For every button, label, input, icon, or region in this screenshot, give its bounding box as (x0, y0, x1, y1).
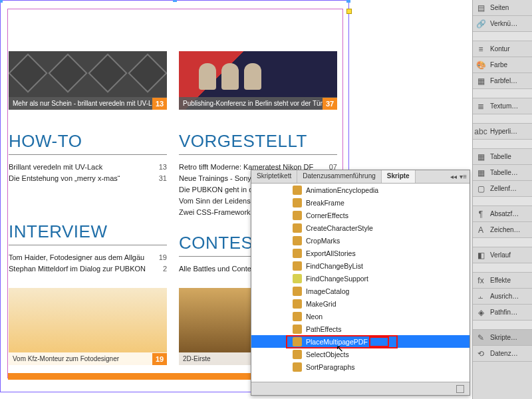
script-item[interactable]: CornerEffects (251, 209, 469, 221)
panel-item-zellenf[interactable]: ▢Zellenf… (473, 181, 532, 197)
panel-tabs: Skriptetikett Datenzusammenführung Skrip… (251, 170, 469, 184)
panel-item-farbe[interactable]: 🎨Farbe (473, 57, 532, 73)
panel-item-zeichen[interactable]: AZeichen… (473, 222, 532, 238)
script-item-label: CreateCharacterStyle (306, 224, 373, 232)
script-icon (293, 362, 302, 372)
tab-skriptetikett[interactable]: Skriptetikett (251, 170, 297, 183)
script-item-label: ExportAllStories (306, 249, 356, 257)
script-item[interactable]: SelectObjects (251, 348, 469, 360)
article-thumb[interactable]: Vom Kfz-Monteur zum Fotodesigner 19 (9, 288, 167, 365)
script-item-label: FindChangeSupport (306, 275, 368, 283)
panel-item-farbfel[interactable]: ▦Farbfel… (473, 73, 532, 89)
section-heading: HOW-TO (9, 131, 167, 155)
script-item[interactable]: ImageCatalog (251, 285, 469, 297)
scripts-icon: ✎ (475, 332, 486, 343)
gradient-icon: ◧ (475, 250, 486, 261)
script-icon (293, 312, 302, 321)
char-icon: A (475, 225, 486, 235)
panel-footer (251, 382, 469, 395)
frame-handle[interactable] (346, 9, 352, 14)
tablefmt-icon: ▦ (475, 168, 486, 178)
article-thumb[interactable]: Publishing-Konferenz in Berlin steht vor… (179, 51, 337, 110)
panel-item-label: Zeichen… (490, 226, 521, 233)
script-item[interactable]: BreakFrame (251, 196, 469, 209)
trash-icon[interactable] (456, 385, 464, 393)
script-item-label: CornerEffects (306, 211, 348, 219)
panel-item-tabelle[interactable]: ▦Tabelle… (473, 165, 532, 181)
script-item[interactable]: PathEffects (251, 323, 469, 335)
script-item[interactable]: Neon (251, 310, 469, 323)
section-heading: INTERVIEW (9, 221, 167, 245)
panel-item-absatzf[interactable]: ¶Absatzf… (473, 206, 532, 222)
panel-item-label: Absatzf… (490, 210, 519, 217)
script-item[interactable]: CreateCharacterStyle (251, 221, 469, 234)
script-item-label: FindChangeByList (306, 262, 363, 270)
wrap-icon: ≣ (475, 101, 486, 112)
panel-item-pathfin[interactable]: ◈Pathfin… (473, 305, 532, 321)
align-icon: ⫠ (475, 291, 486, 302)
script-item[interactable]: FindChangeSupport (251, 272, 469, 285)
script-item-label: Neon (306, 313, 323, 321)
script-item-label: ImageCatalog (306, 287, 349, 295)
folder-icon (293, 274, 302, 283)
swatch-icon: ▦ (475, 76, 486, 86)
panel-menu-icon[interactable]: ▾≡ (460, 173, 467, 180)
article-thumb[interactable]: Mehr als nur Schein - brillant veredeln … (9, 51, 167, 110)
script-icon (293, 287, 302, 296)
tab-skripte[interactable]: Skripte (382, 170, 416, 183)
panel-item-label: Verlauf (490, 251, 511, 259)
selection-handle[interactable] (0, 0, 3, 3)
panel-item-datenz[interactable]: ⟲Datenz… (473, 346, 532, 362)
script-icon (293, 249, 302, 258)
toc-howto: Brillant veredeln mit UV-Lack13 Die Ents… (9, 162, 167, 184)
scripts-list[interactable]: AnimationEncyclopediaBreakFrameCornerEff… (251, 184, 469, 382)
panel-item-label: Tabelle (490, 153, 511, 160)
page-icon: ▤ (475, 3, 486, 13)
thumb-caption: Vom Kfz-Monteur zum Fotodesigner (9, 352, 167, 365)
script-item[interactable]: MakeGrid (251, 297, 469, 310)
panel-item-label: Datenz… (490, 350, 518, 357)
panel-item-textum[interactable]: ≣Textum… (473, 98, 532, 114)
pathfind-icon: ◈ (475, 307, 486, 318)
script-icon (293, 350, 302, 359)
panel-item-label: Kontur (490, 45, 509, 53)
panel-item-label: Effekte (490, 277, 511, 284)
panel-item-label: Pathfin… (490, 309, 517, 316)
panel-item-kontur[interactable]: ≡Kontur (473, 41, 532, 57)
panel-item-label: Ausrich… (490, 293, 519, 300)
panel-item-effekte[interactable]: fxEffekte (473, 273, 532, 289)
thumb-caption: Publishing-Konferenz in Berlin steht vor… (179, 97, 337, 110)
panel-item-verkn[interactable]: 🔗Verknü… (473, 16, 532, 32)
section-heading: VORGESTELLT (179, 131, 337, 155)
script-item-label: BreakFrame (306, 199, 344, 207)
script-item[interactable]: SortParagraphs (251, 360, 469, 373)
scripts-panel[interactable]: Skriptetikett Datenzusammenführung Skrip… (251, 170, 470, 396)
panel-item-seiten[interactable]: ▤Seiten (473, 0, 532, 16)
link-icon: 🔗 (475, 19, 486, 29)
selection-handle[interactable] (173, 0, 177, 2)
script-icon (293, 223, 302, 233)
panel-prev-icon[interactable]: ◂◂ (450, 173, 457, 180)
script-item[interactable]: AnimationEncyclopedia (251, 184, 469, 196)
script-icon (293, 198, 302, 207)
script-item[interactable]: PlaceMultipagePDF (251, 335, 469, 348)
panel-item-hyperli[interactable]: abcHyperli… (473, 124, 532, 140)
script-icon (293, 236, 302, 245)
stroke-icon: ≡ (475, 44, 486, 55)
thumb-caption: Mehr als nur Schein - brillant veredeln … (9, 97, 167, 110)
panel-item-ausrich[interactable]: ⫠Ausrich… (473, 289, 532, 305)
panel-item-tabelle[interactable]: ▦Tabelle (473, 149, 532, 165)
script-icon (293, 261, 302, 271)
selection-handle[interactable] (346, 0, 350, 3)
script-item[interactable]: CropMarks (251, 234, 469, 247)
script-item[interactable]: ExportAllStories (251, 247, 469, 259)
script-icon (293, 211, 302, 220)
data-icon: ⟲ (475, 348, 486, 359)
script-item-label: PathEffects (306, 325, 342, 333)
panel-item-verlauf[interactable]: ◧Verlauf (473, 247, 532, 263)
panel-item-skripte[interactable]: ✎Skripte… (473, 330, 532, 346)
script-item-label: PlaceMultipagePDF (306, 338, 368, 346)
script-item[interactable]: FindChangeByList (251, 259, 469, 272)
panel-item-label: Verknü… (490, 20, 517, 27)
tab-datenzusammen[interactable]: Datenzusammenführung (297, 170, 382, 183)
